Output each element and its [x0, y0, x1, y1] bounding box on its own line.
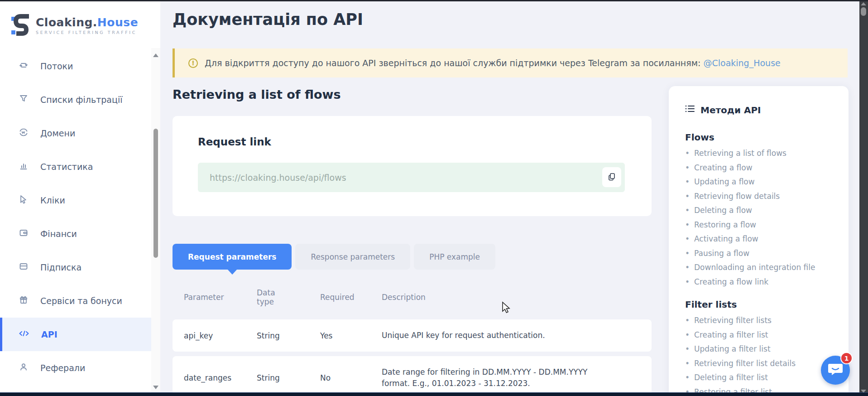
- method-link[interactable]: Deleting a flow: [694, 203, 752, 218]
- sidebar-scroll-up-arrow[interactable]: [153, 53, 158, 57]
- methods-panel-header: Методи API: [685, 104, 839, 116]
- list-item: •Restoring a filter list: [685, 385, 839, 393]
- method-link[interactable]: Creating a filter list: [694, 328, 768, 343]
- list-item: •Activating a flow: [685, 232, 839, 246]
- list-item: •Retrieving filter list details: [685, 357, 839, 371]
- sidebar-item-statistics[interactable]: Статистика: [0, 150, 160, 184]
- list-icon: [685, 104, 695, 116]
- list-item: •Updating a flow: [685, 175, 839, 189]
- page-scrollbar[interactable]: [859, 0, 868, 396]
- method-link[interactable]: Retrieving a list of flows: [694, 146, 786, 161]
- tab-response-parameters[interactable]: Response parameters: [295, 244, 410, 270]
- request-url-value: https://cloaking.house/api/flows: [210, 173, 346, 183]
- method-link[interactable]: Updating a filter list: [694, 342, 771, 357]
- telegram-link[interactable]: @Cloaking_House: [703, 58, 780, 68]
- method-link[interactable]: Retrieving filter lists: [694, 314, 772, 328]
- sidebar-item-services-bonuses[interactable]: Сервіси та бонуси: [0, 284, 160, 318]
- domain-globe-icon: [18, 127, 29, 140]
- api-access-banner: ! Для відкриття доступу до нашого API зв…: [173, 48, 848, 77]
- cell-required: Yes: [320, 331, 382, 340]
- list-item: •Updating a filter list: [685, 342, 839, 357]
- methods-panel-title: Методи API: [700, 105, 761, 116]
- referrals-person-icon: [18, 362, 29, 374]
- subscription-card-icon: [18, 261, 29, 274]
- window-top-edge: [0, 0, 868, 1]
- logo-icon: [11, 13, 31, 38]
- sidebar-item-api[interactable]: API: [0, 318, 160, 351]
- request-url-field[interactable]: https://cloaking.house/api/flows: [198, 163, 625, 192]
- cell-description: Unique API key for request authenticatio…: [382, 325, 610, 346]
- cell-parameter: api_key: [184, 331, 257, 340]
- methods-group-flows: Flows: [685, 132, 839, 143]
- list-item: •Deleting a flow: [685, 203, 839, 218]
- sidebar-item-referrals[interactable]: Реферали: [0, 351, 160, 385]
- list-item: •Creating a flow link: [685, 275, 839, 290]
- method-link[interactable]: Activating a flow: [694, 232, 758, 246]
- api-code-icon: [18, 328, 30, 341]
- column-header-data-type: Data type: [257, 288, 284, 306]
- list-item: •Downloading an integration file: [685, 261, 839, 275]
- table-row: api_key String Yes Unique API key for re…: [173, 319, 652, 352]
- flows-cycle-icon: [18, 60, 29, 72]
- cell-description: Date range for filtering in DD.MM.YYYY -…: [382, 362, 610, 392]
- sidebar-scroll-down-arrow[interactable]: [153, 386, 158, 389]
- method-link[interactable]: Creating a flow: [694, 161, 753, 175]
- logo-tagline: SERVICE FILTERING TRAFFIC: [36, 30, 138, 35]
- sidebar-item-finance[interactable]: Фінанси: [0, 217, 160, 251]
- list-item: •Creating a filter list: [685, 328, 839, 343]
- banner-text: Для відкриття доступу до нашого API звер…: [205, 58, 781, 68]
- parameters-table-header: Parameter Data type Required Description: [173, 280, 652, 315]
- list-item: •Retrieving filter lists: [685, 314, 839, 328]
- list-item: •Pausing a flow: [685, 246, 839, 261]
- method-link[interactable]: Deleting a filter list: [694, 371, 768, 385]
- tab-request-parameters[interactable]: Request parameters: [173, 244, 292, 270]
- logo-text: Cloaking.House SERVICE FILTERING TRAFFIC: [36, 16, 138, 35]
- statistics-bars-icon: [18, 160, 29, 173]
- method-link[interactable]: Creating a flow link: [694, 275, 768, 290]
- page-title: Документація по API: [173, 10, 363, 29]
- method-link[interactable]: Downloading an integration file: [694, 261, 815, 275]
- filter-lists-method-list: •Retrieving filter lists •Creating a fil…: [685, 314, 839, 392]
- tab-php-example[interactable]: PHP example: [414, 244, 495, 270]
- sidebar-item-clicks[interactable]: Кліки: [0, 184, 160, 217]
- gift-icon: [18, 295, 29, 307]
- flows-method-list: •Retrieving a list of flows •Creating a …: [685, 146, 839, 289]
- sidebar-item-filter-lists[interactable]: Списки фільтрації: [0, 83, 160, 116]
- list-item: •Retrieving flow details: [685, 189, 839, 204]
- sidebar-item-subscription[interactable]: Підписка: [0, 251, 160, 284]
- sidebar-item-domains[interactable]: Домени: [0, 116, 160, 150]
- column-header-required: Required: [320, 293, 382, 302]
- sidebar-item-flows[interactable]: Потоки: [0, 49, 160, 83]
- copy-icon: [608, 173, 616, 182]
- cell-parameter: date_ranges: [184, 373, 257, 382]
- section-title: Retrieving a list of flows: [173, 87, 340, 101]
- app-window: Cloaking.House SERVICE FILTERING TRAFFIC…: [0, 0, 868, 396]
- sidebar-nav: Потоки Списки фільтрації Домени Статисти…: [0, 49, 160, 385]
- cell-data-type: String: [257, 373, 320, 382]
- method-link[interactable]: Pausing a flow: [694, 246, 749, 261]
- copy-url-button[interactable]: [602, 167, 621, 187]
- app-logo[interactable]: Cloaking.House SERVICE FILTERING TRAFFIC: [11, 13, 138, 38]
- sidebar-scrollbar-thumb[interactable]: [153, 129, 158, 258]
- method-link[interactable]: Restoring a flow: [694, 218, 756, 232]
- clicks-cursor-icon: [18, 194, 29, 207]
- info-icon: !: [188, 58, 198, 68]
- method-link[interactable]: Restoring a filter list: [694, 385, 772, 393]
- method-link[interactable]: Retrieving filter list details: [694, 357, 796, 371]
- cell-required: No: [320, 373, 382, 382]
- sidebar: Cloaking.House SERVICE FILTERING TRAFFIC…: [0, 1, 160, 392]
- chat-notification-badge: 1: [840, 352, 853, 364]
- cell-data-type: String: [257, 331, 320, 340]
- parameter-tabs: Request parameters Response parameters P…: [173, 244, 495, 270]
- method-link[interactable]: Updating a flow: [694, 175, 755, 189]
- table-row: date_ranges String No Date range for fil…: [173, 356, 652, 392]
- support-chat-button[interactable]: 1: [821, 356, 850, 385]
- window-bottom-edge: [0, 392, 868, 396]
- page-scrollbar-thumb[interactable]: [861, 7, 866, 16]
- api-methods-panel: Методи API Flows •Retrieving a list of f…: [669, 86, 849, 392]
- sidebar-scrollbar[interactable]: [151, 48, 160, 394]
- page-scroll-up-arrow[interactable]: [861, 2, 866, 5]
- column-header-description: Description: [382, 293, 652, 302]
- request-link-title: Request link: [198, 136, 271, 148]
- method-link[interactable]: Retrieving flow details: [694, 189, 780, 204]
